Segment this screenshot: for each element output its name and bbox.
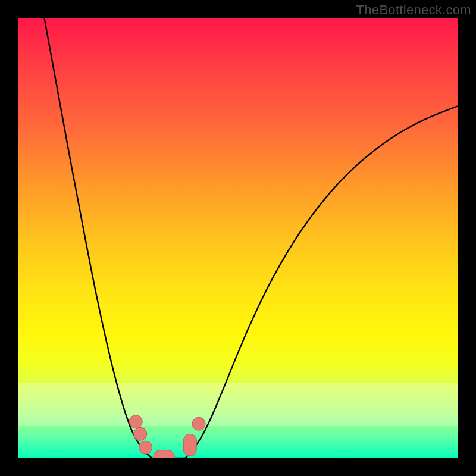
watermark-text: TheBottleneck.com bbox=[356, 2, 471, 18]
marker-capsule bbox=[183, 434, 196, 456]
curve-layer bbox=[18, 18, 458, 458]
marker-layer bbox=[129, 415, 205, 458]
marker-dot bbox=[134, 427, 147, 440]
marker-dot bbox=[139, 441, 152, 454]
plot-area bbox=[18, 18, 458, 458]
marker-capsule bbox=[154, 450, 175, 458]
marker-dot bbox=[129, 415, 142, 428]
chart-frame: TheBottleneck.com bbox=[0, 0, 476, 476]
bottleneck-curve bbox=[44, 18, 458, 458]
marker-dot bbox=[192, 417, 205, 430]
